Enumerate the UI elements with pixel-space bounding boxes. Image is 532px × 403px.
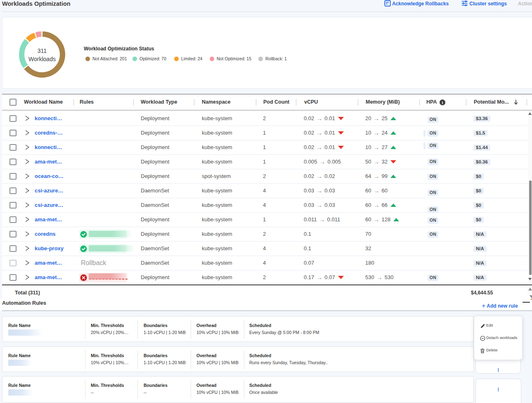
- svg-text:i: i: [442, 100, 443, 105]
